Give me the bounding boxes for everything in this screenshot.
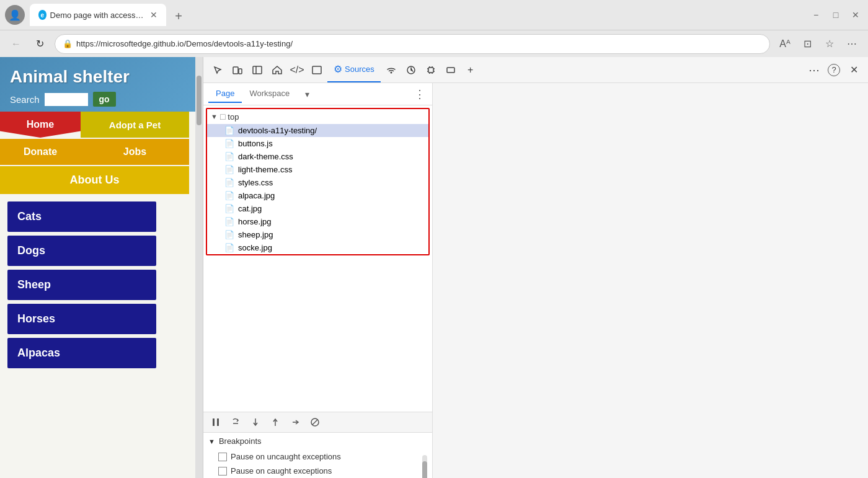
svg-rect-2 bbox=[253, 66, 262, 74]
search-input[interactable] bbox=[45, 93, 88, 106]
vertical-scrollbar[interactable] bbox=[195, 57, 203, 478]
more-tools-button[interactable]: ⋯ bbox=[805, 63, 823, 77]
close-devtools-button[interactable]: ✕ bbox=[844, 61, 863, 79]
bp-uncaught-checkbox[interactable] bbox=[218, 453, 227, 461]
devtools-split: Page Workspace ▾ ⋮ bbox=[203, 83, 868, 478]
bp-uncaught: Pause on uncaught exceptions bbox=[203, 449, 432, 464]
home-nav-button[interactable]: Home bbox=[0, 112, 81, 138]
new-tab-button[interactable]: + bbox=[169, 6, 188, 26]
svg-rect-17 bbox=[213, 418, 215, 426]
profile-avatar[interactable]: 👤 bbox=[5, 5, 25, 25]
main-area: Animal shelter Search go Home Adopt a Pe… bbox=[0, 57, 868, 478]
file-icon-css1: 📄 bbox=[224, 152, 234, 161]
breakpoints-scrollbar[interactable] bbox=[422, 455, 427, 478]
tab-dropdown-button[interactable]: ▾ bbox=[299, 87, 314, 102]
cats-list-item[interactable]: Cats bbox=[7, 201, 156, 232]
about-nav-button[interactable]: About Us bbox=[0, 166, 189, 194]
jobs-nav-button[interactable]: Jobs bbox=[81, 139, 189, 165]
file-name-horse: horse.jpg bbox=[238, 217, 271, 226]
step-button[interactable] bbox=[288, 415, 303, 430]
devtools-panel: </> ⚙ Sources bbox=[203, 57, 868, 478]
file-name-light: light-theme.css bbox=[238, 165, 292, 174]
file-icon-img3: 📄 bbox=[224, 217, 234, 226]
cpu-icon[interactable] bbox=[422, 61, 440, 79]
debugger-toolbar bbox=[203, 412, 432, 432]
bp-uncaught-label: Pause on uncaught exceptions bbox=[231, 452, 341, 461]
file-icon-img2: 📄 bbox=[224, 204, 234, 213]
bookmark-icon[interactable]: ☆ bbox=[821, 35, 838, 53]
inspect-element-icon[interactable] bbox=[208, 61, 227, 79]
add-panel-icon[interactable]: + bbox=[461, 61, 480, 79]
tab-favicon: e bbox=[38, 10, 46, 20]
scrollbar-thumb[interactable] bbox=[197, 76, 202, 125]
sources-tab-label: Sources bbox=[345, 64, 374, 74]
webpage-panel: Animal shelter Search go Home Adopt a Pe… bbox=[0, 57, 195, 478]
address-bar-right: Aᴬ ⊡ ☆ ⋯ bbox=[776, 35, 861, 53]
workspace-tab[interactable]: Workspace bbox=[242, 85, 297, 103]
close-window-button[interactable]: ✕ bbox=[848, 7, 863, 22]
go-button[interactable]: go bbox=[93, 92, 116, 107]
sheep-list-item[interactable]: Sheep bbox=[7, 270, 156, 300]
minimize-button[interactable]: − bbox=[808, 7, 823, 22]
dogs-list-item[interactable]: Dogs bbox=[7, 236, 156, 266]
sidebar-toggle-icon[interactable] bbox=[248, 61, 267, 79]
sources-top-area: Page Workspace ▾ ⋮ bbox=[203, 83, 432, 478]
performance-icon[interactable] bbox=[402, 61, 420, 79]
tree-item-buttons-js[interactable]: 📄 buttons.js bbox=[207, 137, 428, 150]
sources-nav-tabs: Page Workspace ▾ ⋮ bbox=[203, 83, 432, 105]
folder-icon: □ bbox=[220, 112, 225, 122]
sources-tab-icon: ⚙ bbox=[334, 63, 342, 75]
refresh-button[interactable]: ↻ bbox=[31, 35, 48, 53]
tree-children: 📄 devtools-a11y-testing/ 📄 buttons.js bbox=[207, 124, 428, 254]
tree-item-cat-jpg[interactable]: 📄 cat.jpg bbox=[207, 202, 428, 215]
tree-root-top[interactable]: ▼ □ top bbox=[207, 109, 428, 124]
help-button[interactable]: ? bbox=[825, 61, 843, 79]
back-button[interactable]: ← bbox=[7, 35, 25, 53]
sources-menu-button[interactable]: ⋮ bbox=[412, 87, 427, 102]
url-bar[interactable]: 🔒 https://microsoftedge.github.io/Demos/… bbox=[55, 34, 770, 54]
reader-icon[interactable]: Aᴬ bbox=[776, 35, 794, 53]
step-into-button[interactable] bbox=[248, 415, 263, 430]
file-tree-panel: Page Workspace ▾ ⋮ bbox=[203, 83, 432, 478]
home-icon[interactable] bbox=[268, 61, 286, 79]
tree-item-horse-jpg[interactable]: 📄 horse.jpg bbox=[207, 215, 428, 228]
maximize-button[interactable]: □ bbox=[828, 7, 843, 22]
tree-item-dark-css[interactable]: 📄 dark-theme.css bbox=[207, 150, 428, 163]
network-wifi-icon[interactable] bbox=[382, 61, 401, 79]
page-tab[interactable]: Page bbox=[208, 85, 242, 103]
adopt-nav-button[interactable]: Adopt a Pet bbox=[81, 112, 189, 138]
tree-item-light-css[interactable]: 📄 light-theme.css bbox=[207, 163, 428, 176]
alpacas-list-item[interactable]: Alpacas bbox=[7, 338, 156, 368]
split-screen-icon[interactable]: ⊡ bbox=[799, 35, 816, 53]
search-row: Search go bbox=[10, 92, 185, 107]
tab-close-button[interactable]: ✕ bbox=[150, 10, 157, 20]
settings-menu-button[interactable]: ⋯ bbox=[843, 35, 861, 53]
breakpoints-label: Breakpoints bbox=[219, 436, 262, 446]
svg-rect-4 bbox=[312, 66, 321, 74]
console-icon[interactable] bbox=[308, 61, 326, 79]
active-tab[interactable]: e Demo page with accessibility issu ✕ bbox=[30, 4, 166, 26]
devtools-toolbar: </> ⚙ Sources bbox=[203, 57, 868, 83]
layers-icon[interactable] bbox=[441, 61, 460, 79]
pause-resume-button[interactable] bbox=[208, 415, 223, 430]
step-over-button[interactable] bbox=[228, 415, 243, 430]
bp-caught: Pause on caught exceptions bbox=[203, 464, 432, 478]
tree-item-socke-jpg[interactable]: 📄 socke.jpg bbox=[207, 241, 428, 254]
donate-nav-button[interactable]: Donate bbox=[0, 139, 81, 165]
elements-icon[interactable]: </> bbox=[288, 61, 306, 79]
file-icon-img1: 📄 bbox=[224, 191, 234, 200]
tree-item-alpaca-jpg[interactable]: 📄 alpaca.jpg bbox=[207, 189, 428, 202]
tree-item-styles-css[interactable]: 📄 styles.css bbox=[207, 176, 428, 189]
tree-item-devtools-dir[interactable]: 📄 devtools-a11y-testing/ bbox=[207, 124, 428, 137]
collapse-arrow: ▼ bbox=[211, 113, 218, 120]
tree-item-sheep-jpg[interactable]: 📄 sheep.jpg bbox=[207, 228, 428, 241]
sources-tab[interactable]: ⚙ Sources bbox=[327, 57, 381, 82]
file-name-alpaca: alpaca.jpg bbox=[238, 191, 275, 200]
animal-list: Cats Dogs Sheep Horses Alpacas bbox=[0, 201, 195, 368]
device-emulation-icon[interactable] bbox=[228, 61, 247, 79]
horses-list-item[interactable]: Horses bbox=[7, 304, 156, 334]
step-out-button[interactable] bbox=[268, 415, 283, 430]
deactivate-breakpoints-button[interactable] bbox=[308, 415, 322, 430]
sources-left-pane: Page Workspace ▾ ⋮ bbox=[203, 83, 433, 478]
bp-caught-checkbox[interactable] bbox=[218, 467, 227, 476]
